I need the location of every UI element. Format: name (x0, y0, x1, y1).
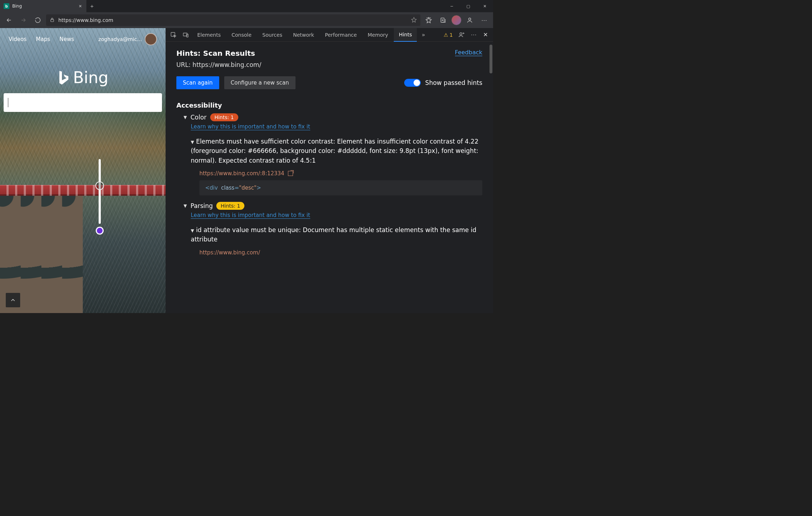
address-bar[interactable]: https://www.bing.com (46, 14, 420, 26)
chevron-down-icon: ▼ (184, 203, 187, 208)
issue-text[interactable]: ▼ id attribute value must be unique: Doc… (191, 225, 482, 244)
hints-url: URL: https://www.bing.com/ (176, 61, 261, 68)
rule-color: ▼ Color Hints: 1 Learn why this is impor… (184, 113, 482, 195)
bing-mark-icon (57, 70, 69, 85)
chevron-down-icon: ▼ (191, 140, 194, 145)
minimize-button[interactable]: ─ (443, 0, 460, 12)
learn-link[interactable]: Learn why this is important and how to f… (191, 123, 310, 130)
svg-rect-3 (171, 32, 175, 36)
toggle-label: Show passed hints (425, 79, 482, 86)
browser-tab[interactable]: b Bing ✕ (0, 0, 86, 12)
nav-news[interactable]: News (59, 36, 74, 42)
inspect-element-icon[interactable] (168, 29, 179, 41)
hero-train (0, 185, 166, 196)
tab-console[interactable]: Console (226, 28, 257, 42)
account-button[interactable] (464, 14, 476, 26)
window-close-button[interactable]: ✕ (477, 0, 493, 12)
bing-favicon: b (4, 3, 9, 9)
devtools-close-icon[interactable]: ✕ (480, 31, 491, 38)
show-passed-toggle[interactable] (404, 79, 421, 87)
forward-button[interactable] (17, 14, 30, 26)
tab-performance[interactable]: Performance (320, 28, 362, 42)
maximize-button[interactable]: ▢ (460, 0, 477, 12)
lock-icon (50, 17, 55, 23)
nav-videos[interactable]: Videos (9, 36, 27, 42)
page-nav: Videos Maps News zoghadya@mic... (0, 28, 166, 50)
warning-count: 1 (450, 32, 453, 38)
bing-logo: Bing (57, 68, 108, 87)
chevron-down-icon: ▼ (191, 228, 194, 233)
brand-text: Bing (73, 68, 108, 87)
tab-close-icon[interactable]: ✕ (78, 4, 83, 9)
tab-title: Bing (12, 4, 75, 9)
new-tab-button[interactable]: ＋ (86, 0, 97, 12)
svg-point-2 (469, 18, 471, 20)
device-toggle-icon[interactable] (180, 29, 191, 41)
settings-icon[interactable]: ⋯ (468, 29, 479, 41)
tab-hints[interactable]: Hints (394, 28, 417, 42)
text-caret (8, 98, 8, 107)
svg-point-6 (460, 33, 462, 35)
scrollbar-thumb[interactable] (490, 45, 492, 73)
profile-avatar[interactable] (451, 15, 461, 25)
svg-rect-5 (186, 34, 188, 37)
configure-scan-button[interactable]: Configure a new scan (224, 76, 296, 89)
refresh-button[interactable] (32, 14, 44, 26)
titlebar: b Bing ✕ ＋ ─ ▢ ✕ (0, 0, 493, 12)
issue-location[interactable]: https://www.bing.com/ (199, 249, 482, 256)
rule-parsing-header[interactable]: ▼ Parsing Hints: 1 (184, 202, 482, 210)
devtools-tabbar: Elements Console Sources Network Perform… (166, 28, 493, 42)
thermometer-overlay (96, 159, 103, 235)
category-accessibility: Accessibility (176, 101, 482, 109)
page-user[interactable]: zoghadya@mic... (98, 33, 157, 45)
browser-toolbar: https://www.bing.com ⋯ (0, 12, 493, 28)
feedback-icon[interactable] (456, 29, 467, 41)
svg-rect-0 (51, 19, 54, 22)
hints-count-badge: Hints: 1 (216, 202, 244, 210)
warning-icon: ⚠ (444, 32, 448, 38)
chevron-down-icon: ▼ (184, 115, 187, 120)
user-email: zoghadya@mic... (98, 36, 142, 42)
search-input[interactable] (4, 93, 162, 112)
rule-name: Parsing (190, 202, 213, 209)
avatar-icon (145, 33, 157, 45)
page-viewport: Videos Maps News zoghadya@mic... Bing (0, 28, 166, 313)
hints-body: Hints: Scan Results URL: https://www.bin… (166, 42, 493, 313)
hints-count-badge: Hints: 1 (210, 113, 238, 121)
scan-again-button[interactable]: Scan again (176, 76, 219, 89)
tab-elements[interactable]: Elements (192, 28, 226, 42)
more-tabs-icon[interactable]: » (418, 29, 429, 41)
warnings-badge[interactable]: ⚠ 1 (442, 32, 455, 38)
tab-sources[interactable]: Sources (257, 28, 287, 42)
tab-network[interactable]: Network (288, 28, 319, 42)
nav-maps[interactable]: Maps (36, 36, 50, 42)
window-controls: ─ ▢ ✕ (443, 0, 493, 12)
feedback-link[interactable]: Feedback (455, 49, 482, 56)
rule-parsing: ▼ Parsing Hints: 1 Learn why this is imp… (184, 202, 482, 256)
scroll-up-button[interactable] (6, 293, 20, 307)
favorites-button[interactable] (423, 14, 435, 26)
devtools-panel: Elements Console Sources Network Perform… (166, 28, 493, 313)
address-url: https://www.bing.com (58, 17, 113, 23)
favorite-star-icon[interactable] (411, 17, 417, 24)
external-link-icon (288, 171, 293, 176)
code-snippet: <div class="desc"> (199, 180, 482, 195)
menu-button[interactable]: ⋯ (478, 14, 490, 26)
learn-link[interactable]: Learn why this is important and how to f… (191, 212, 310, 219)
issue-text[interactable]: ▼ Elements must have sufficient color co… (191, 137, 482, 165)
collections-button[interactable] (437, 14, 449, 26)
rule-name: Color (190, 114, 206, 121)
issue-location[interactable]: https://www.bing.com/:8:12334 (199, 170, 482, 177)
rule-color-header[interactable]: ▼ Color Hints: 1 (184, 113, 482, 121)
back-button[interactable] (3, 14, 15, 26)
tab-memory[interactable]: Memory (362, 28, 393, 42)
hints-title: Hints: Scan Results (176, 49, 261, 58)
